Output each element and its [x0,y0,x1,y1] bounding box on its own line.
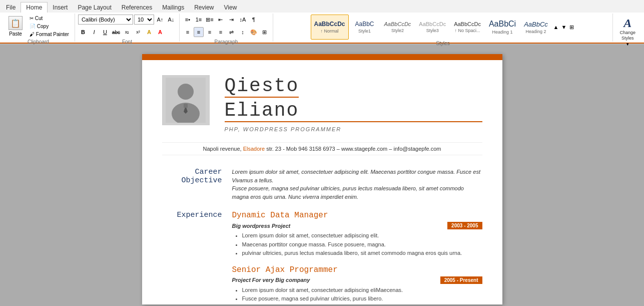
font-size-select[interactable]: 10 [134,15,154,25]
style-heading1[interactable]: AaBbCi Heading 1 [485,15,519,40]
document-header-bar [142,54,502,60]
align-left-button[interactable]: ≡ [183,27,193,37]
paste-icon: 📋 [9,16,23,30]
text-direction-button[interactable]: ⇌ [227,27,237,37]
paragraph-group: ≡• 1≡ ⊞≡ ⇤ ⇥ ↕A ¶ ≡ ≡ ≡ ≡ ⇌ ↕ 🎨 ⊞ [180,14,273,42]
style-2[interactable]: AaBbCcDc Style2 [381,15,415,40]
job-1-company: Big wordpress Project [232,223,291,229]
job-1-title: Dynamic Data Manager [232,211,482,220]
job-2-date: 2005 - Present [440,276,482,284]
shading-button[interactable]: 🎨 [249,27,259,37]
styles-scroll-up[interactable]: ▲ [552,22,559,32]
tab-page-layout[interactable]: Page Layout [73,3,116,13]
main-area[interactable]: Qiesto Eliano PHP, WORDPRESS PROGRAMMER … [0,44,644,306]
style-3[interactable]: AaBbCcDc Style3 [415,15,449,40]
experience-content: Dynamic Data Manager Big wordpress Proje… [232,211,482,303]
style-heading1-preview: AaBbCi [489,20,516,29]
contact-elsadore: Elsadore [243,146,265,152]
subscript-button[interactable]: x₂ [122,27,132,37]
font-family-select[interactable]: Calibri (Body) [78,15,133,25]
styles-scroll-down[interactable]: ▼ [560,22,567,32]
line-spacing-button[interactable]: ↕ [238,27,248,37]
photo-box [162,75,210,125]
style-no-spacing-label: ↑ No Spaci... [455,28,480,33]
borders-button[interactable]: ⊞ [260,27,270,37]
job-divider [232,258,482,265]
tab-review[interactable]: Review [189,3,219,13]
paste-label: Paste [9,31,22,37]
career-objective-text: Lorem ipsum dolor sit amet, consectetuer… [232,168,482,201]
tab-file[interactable]: File [1,3,21,13]
tab-home[interactable]: Home [21,2,48,13]
style-normal[interactable]: AaBbCcDc ↑ Normal [311,15,349,40]
job-1-bullet-2: Maecenas porttitor congue massa. Fusce p… [242,240,482,249]
italic-button[interactable]: I [89,27,99,37]
career-objective-section: CareerObjective Lorem ipsum dolor sit am… [162,168,482,201]
show-formatting-button[interactable]: ¶ [249,15,259,25]
format-painter-button[interactable]: 🖌 Format Painter [27,31,72,38]
copy-button[interactable]: 📄 Copy [27,23,72,30]
increase-font-button[interactable]: A↑ [155,15,165,25]
change-styles-button[interactable]: A ChangeStyles ▼ [616,15,639,49]
last-name: Eliano [225,100,482,122]
font-color-button[interactable]: A [155,27,165,37]
job-2-company: Project For very Big company [232,277,310,283]
career-objective-title-col: CareerObjective [162,168,222,201]
style-heading2[interactable]: AaBbCc Heading 2 [520,15,551,40]
bold-button[interactable]: B [78,27,88,37]
change-styles-dropdown-icon: ▼ [625,42,629,47]
styles-group: AaBbCcDc ↑ Normal AaBbC Style1 AaBbCcDc … [273,14,613,42]
align-right-button[interactable]: ≡ [205,27,215,37]
cut-button[interactable]: ✂ Cut [27,15,72,22]
document: Qiesto Eliano PHP, WORDPRESS PROGRAMMER … [142,54,502,304]
increase-indent-button[interactable]: ⇥ [227,15,237,25]
document-content: Qiesto Eliano PHP, WORDPRESS PROGRAMMER … [142,60,502,306]
font-group: Calibri (Body) 10 A↑ A↓ B I U abc x₂ x² … [75,14,180,42]
sort-button[interactable]: ↕A [238,15,248,25]
first-name: Qiesto [225,75,299,98]
font-row-2: B I U abc x₂ x² A A [78,27,165,37]
style-heading1-label: Heading 1 [492,30,513,35]
bullets-button[interactable]: ≡• [183,15,193,25]
decrease-font-button[interactable]: A↓ [166,15,176,25]
strikethrough-button[interactable]: abc [111,27,121,37]
style-3-preview: AaBbCcDc [419,21,446,27]
experience-title: Experience [162,211,222,219]
styles-expand[interactable]: ⊞ [568,22,575,32]
job-2-bullet-1: Lorem ipsum dolor sit amet, consectetuer… [242,286,482,295]
underline-button[interactable]: U [100,27,110,37]
tab-mailings[interactable]: Mailings [157,3,189,13]
superscript-button[interactable]: x² [133,27,143,37]
cut-icon: ✂ [30,16,34,21]
multilevel-list-button[interactable]: ⊞≡ [205,15,215,25]
job-2-header: Project For very Big company 2005 - Pres… [232,276,482,284]
job-1-date: 2003 - 2005 [447,222,482,229]
job-1-bullet-1: Lorem ipsum dolor sit amet, consectetuer… [242,231,482,240]
style-3-label: Style3 [426,28,439,33]
font-group-label: Font [122,39,132,45]
style-1-label: Style1 [358,29,371,34]
style-1[interactable]: AaBbC Style1 [350,15,380,40]
profile-photo [166,78,206,123]
change-styles-label: ChangeStyles [619,30,635,41]
tab-references[interactable]: References [117,3,157,13]
career-objective-title: CareerObjective [162,168,222,185]
experience-section: Experience Dynamic Data Manager Big word… [162,211,482,303]
numbering-button[interactable]: 1≡ [194,15,204,25]
decrease-indent-button[interactable]: ⇤ [216,15,226,25]
style-no-spacing[interactable]: AaBbCcDc ↑ No Spaci... [450,15,484,40]
style-heading2-preview: AaBbCc [524,21,548,28]
justify-button[interactable]: ≡ [216,27,226,37]
paste-button[interactable]: 📋 Paste [5,15,26,38]
paragraph-group-label: Paragraph [215,39,238,45]
clipboard-group: 📋 Paste ✂ Cut 📄 Copy 🖌 Format Painter [2,14,75,42]
tab-view[interactable]: View [219,3,242,13]
tab-insert[interactable]: Insert [48,3,73,13]
career-objective-content: Lorem ipsum dolor sit amet, consectetuer… [232,168,482,201]
job-1-header: Big wordpress Project 2003 - 2005 [232,222,482,229]
text-highlight-button[interactable]: A [144,27,154,37]
change-styles-group: A ChangeStyles ▼ [613,14,642,42]
align-center-button[interactable]: ≡ [194,27,204,37]
ribbon: File Home Insert Page Layout References … [0,0,644,44]
para-row-1: ≡• 1≡ ⊞≡ ⇤ ⇥ ↕A ¶ [183,15,259,25]
